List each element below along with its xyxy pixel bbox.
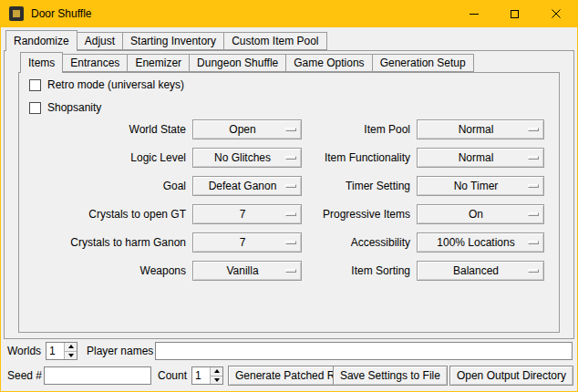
save-settings-button[interactable]: Save Settings to File [333,366,448,386]
item-functionality-dropdown[interactable]: Normal [417,148,544,168]
dropdown-indicator-icon [285,156,296,160]
progressive-items-label: Progressive Items [310,204,410,224]
worlds-spin-up-button[interactable] [65,343,77,352]
world-state-row: World State Open [18,119,303,139]
retro-mode-checkbox-row[interactable]: Retro mode (universal keys) [29,77,184,92]
tab-generation-setup[interactable]: Generation Setup [372,54,474,72]
timer-setting-row: Timer Setting No Timer [310,176,545,196]
item-pool-dropdown[interactable]: Normal [417,119,544,139]
worlds-spin-buttons [64,343,77,359]
count-spin-down-button[interactable] [211,377,222,385]
timer-setting-label: Timer Setting [310,176,410,196]
world-state-dropdown[interactable]: Open [192,119,302,139]
minimize-button[interactable] [453,0,494,27]
weapons-row: Weapons Vanilla [18,261,303,281]
dropdown-indicator-icon [285,184,296,188]
worlds-spinbox-input[interactable] [46,343,64,359]
count-spinbox-input[interactable] [192,367,210,384]
tab-adjust[interactable]: Adjust [77,32,123,50]
tab-items[interactable]: Items [20,52,63,73]
dropdown-indicator-icon [528,269,539,273]
logic-level-row: Logic Level No Glitches [18,148,303,168]
crystals-ganon-label: Crystals to harm Ganon [18,232,186,253]
weapons-label: Weapons [18,261,186,281]
minimize-icon [470,14,479,15]
item-sorting-dropdown[interactable]: Balanced [417,261,544,281]
dropdown-indicator-icon [528,184,539,188]
count-spin-buttons [210,367,222,384]
timer-setting-dropdown[interactable]: No Timer [417,176,544,196]
item-functionality-label: Item Functionality [310,148,410,168]
count-spin-up-button[interactable] [211,367,222,377]
player-names-input[interactable] [155,342,573,360]
close-button[interactable] [535,0,576,27]
worlds-label: Worlds [7,342,41,360]
goal-row: Goal Defeat Ganon [18,176,303,196]
up-arrow-icon [68,345,74,348]
tab-randomize[interactable]: Randomize [5,30,77,51]
dropdown-indicator-icon [528,241,539,244]
outer-tabstrip: Randomize Adjust Starting Inventory Cust… [5,29,327,50]
goal-label: Goal [18,176,186,196]
tab-enemizer[interactable]: Enemizer [127,54,190,72]
seed-label: Seed # [7,366,42,385]
world-state-label: World State [18,119,186,139]
close-icon [552,9,561,18]
tab-game-options[interactable]: Game Options [285,54,372,72]
logic-level-label: Logic Level [18,148,186,168]
dropdown-indicator-icon [528,212,539,216]
crystals-ganon-dropdown[interactable]: 7 [192,232,302,253]
retro-mode-label: Retro mode (universal keys) [47,78,184,91]
shopsanity-checkbox[interactable] [29,102,41,114]
down-arrow-icon [214,378,220,382]
tab-starting-inventory[interactable]: Starting Inventory [122,32,224,50]
item-sorting-label: Item Sorting [310,261,410,281]
item-pool-label: Item Pool [310,119,410,139]
titlebar[interactable]: Door Shuffle [0,0,578,27]
tab-custom-item-pool[interactable]: Custom Item Pool [223,32,326,50]
crystals-gt-dropdown[interactable]: 7 [192,204,302,224]
dropdown-indicator-icon [285,212,296,216]
item-pool-row: Item Pool Normal [310,119,545,139]
shopsanity-checkbox-row[interactable]: Shopsanity [29,100,101,115]
dropdown-indicator-icon [285,128,296,131]
window-title: Door Shuffle [31,7,92,20]
player-names-label: Player names [87,342,153,360]
maximize-button[interactable] [494,0,535,27]
window-controls [453,0,576,27]
accessibility-dropdown[interactable]: 100% Locations [417,232,544,253]
shopsanity-label: Shopsanity [47,101,101,114]
progressive-items-dropdown[interactable]: On [417,204,544,224]
seed-input[interactable] [44,366,151,385]
crystals-gt-row: Crystals to open GT 7 [18,204,303,224]
logic-level-dropdown[interactable]: No Glitches [192,148,302,168]
crystals-ganon-row: Crystals to harm Ganon 7 [18,232,303,253]
dropdown-indicator-icon [285,241,296,244]
item-functionality-row: Item Functionality Normal [310,148,545,168]
app-icon [9,6,24,21]
crystals-gt-label: Crystals to open GT [18,204,186,224]
accessibility-label: Accessibility [310,232,410,253]
goal-dropdown[interactable]: Defeat Ganon [192,176,302,196]
count-label: Count [158,366,187,385]
inner-tabstrip: Items Entrances Enemizer Dungeon Shuffle… [20,51,474,72]
open-output-directory-button[interactable]: Open Output Directory [449,366,573,386]
count-spinbox[interactable] [191,366,223,385]
maximize-icon [511,10,519,18]
bottom-right-buttons: Save Settings to File Open Output Direct… [333,366,573,386]
up-arrow-icon [214,369,220,373]
dropdown-indicator-icon [528,128,539,131]
dropdown-indicator-icon [285,269,296,273]
down-arrow-icon [68,354,74,357]
weapons-dropdown[interactable]: Vanilla [192,261,302,281]
worlds-spin-down-button[interactable] [65,352,77,360]
dropdown-indicator-icon [528,156,539,160]
door-shuffle-window: Door Shuffle Randomize Adjust Starting I… [0,0,578,392]
accessibility-row: Accessibility 100% Locations [310,232,545,253]
worlds-spinbox[interactable] [46,342,77,360]
progressive-items-row: Progressive Items On [310,204,545,224]
item-sorting-row: Item Sorting Balanced [310,261,545,281]
retro-mode-checkbox[interactable] [29,79,41,91]
tab-dungeon-shuffle[interactable]: Dungeon Shuffle [189,54,286,72]
tab-entrances[interactable]: Entrances [62,54,128,72]
